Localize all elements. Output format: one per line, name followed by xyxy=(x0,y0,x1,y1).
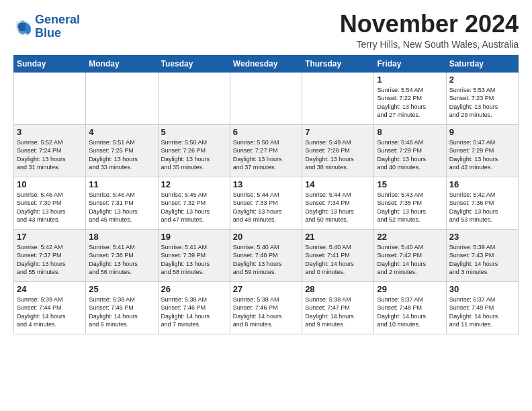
day-info: Sunrise: 5:51 AMSunset: 7:25 PMDaylight:… xyxy=(89,138,154,172)
calendar-week-2: 3Sunrise: 5:52 AMSunset: 7:24 PMDaylight… xyxy=(14,124,519,177)
day-number: 5 xyxy=(161,127,227,137)
calendar-cell: 12Sunrise: 5:45 AMSunset: 7:32 PMDayligh… xyxy=(158,177,230,229)
day-number: 21 xyxy=(305,232,371,242)
header-day-saturday: Saturday xyxy=(446,55,518,72)
calendar-cell xyxy=(158,72,230,124)
calendar-week-5: 24Sunrise: 5:39 AMSunset: 7:44 PMDayligh… xyxy=(14,281,519,334)
logo-line2: Blue xyxy=(35,27,80,40)
day-info: Sunrise: 5:46 AMSunset: 7:30 PMDaylight:… xyxy=(17,191,83,224)
calendar-cell: 26Sunrise: 5:38 AMSunset: 7:46 PMDayligh… xyxy=(158,281,230,334)
calendar-cell: 10Sunrise: 5:46 AMSunset: 7:30 PMDayligh… xyxy=(14,177,86,229)
day-number: 4 xyxy=(89,127,154,137)
day-number: 25 xyxy=(89,284,154,294)
day-info: Sunrise: 5:44 AMSunset: 7:34 PMDaylight:… xyxy=(305,191,371,224)
calendar-cell: 18Sunrise: 5:41 AMSunset: 7:38 PMDayligh… xyxy=(86,229,158,281)
day-info: Sunrise: 5:38 AMSunset: 7:45 PMDaylight:… xyxy=(89,295,154,329)
day-number: 10 xyxy=(17,179,83,189)
day-info: Sunrise: 5:40 AMSunset: 7:41 PMDaylight:… xyxy=(305,243,371,277)
day-info: Sunrise: 5:41 AMSunset: 7:38 PMDaylight:… xyxy=(89,243,154,277)
header-row: General Blue November 2024 Terry Hills, … xyxy=(13,11,519,50)
day-number: 15 xyxy=(377,179,443,189)
calendar-cell: 19Sunrise: 5:41 AMSunset: 7:39 PMDayligh… xyxy=(158,229,230,281)
day-info: Sunrise: 5:45 AMSunset: 7:32 PMDaylight:… xyxy=(161,191,227,224)
day-number: 17 xyxy=(17,232,83,242)
day-info: Sunrise: 5:50 AMSunset: 7:26 PMDaylight:… xyxy=(161,138,227,172)
day-info: Sunrise: 5:53 AMSunset: 7:23 PMDaylight:… xyxy=(449,86,515,120)
calendar-week-3: 10Sunrise: 5:46 AMSunset: 7:30 PMDayligh… xyxy=(14,177,519,229)
day-number: 2 xyxy=(449,75,515,85)
header-day-monday: Monday xyxy=(86,55,158,72)
day-number: 28 xyxy=(305,284,371,294)
day-number: 22 xyxy=(377,232,443,242)
day-number: 19 xyxy=(161,232,227,242)
day-info: Sunrise: 5:40 AMSunset: 7:42 PMDaylight:… xyxy=(377,243,443,277)
calendar-cell xyxy=(14,72,86,124)
day-number: 8 xyxy=(377,127,443,137)
calendar-cell xyxy=(302,72,374,124)
header-day-wednesday: Wednesday xyxy=(230,55,302,72)
day-number: 20 xyxy=(233,232,299,242)
day-number: 11 xyxy=(89,179,154,189)
calendar-container: General Blue November 2024 Terry Hills, … xyxy=(0,0,532,341)
day-number: 1 xyxy=(377,75,443,85)
day-info: Sunrise: 5:39 AMSunset: 7:43 PMDaylight:… xyxy=(449,243,515,277)
day-info: Sunrise: 5:38 AMSunset: 7:46 PMDaylight:… xyxy=(161,295,227,329)
day-info: Sunrise: 5:39 AMSunset: 7:44 PMDaylight:… xyxy=(17,295,83,329)
day-info: Sunrise: 5:37 AMSunset: 7:49 PMDaylight:… xyxy=(449,295,515,329)
day-number: 12 xyxy=(161,179,227,189)
calendar-cell: 6Sunrise: 5:50 AMSunset: 7:27 PMDaylight… xyxy=(230,124,302,177)
calendar-cell: 27Sunrise: 5:38 AMSunset: 7:46 PMDayligh… xyxy=(230,281,302,334)
day-number: 23 xyxy=(449,232,515,242)
calendar-cell: 22Sunrise: 5:40 AMSunset: 7:42 PMDayligh… xyxy=(374,229,446,281)
day-number: 18 xyxy=(89,232,154,242)
calendar-cell xyxy=(86,72,158,124)
day-info: Sunrise: 5:44 AMSunset: 7:33 PMDaylight:… xyxy=(233,191,299,224)
month-title: November 2024 xyxy=(340,11,519,38)
day-info: Sunrise: 5:54 AMSunset: 7:22 PMDaylight:… xyxy=(377,86,443,120)
subtitle: Terry Hills, New South Wales, Australia xyxy=(340,39,519,50)
day-info: Sunrise: 5:46 AMSunset: 7:31 PMDaylight:… xyxy=(89,191,154,224)
day-number: 7 xyxy=(305,127,371,137)
day-info: Sunrise: 5:41 AMSunset: 7:39 PMDaylight:… xyxy=(161,243,227,277)
calendar-cell: 25Sunrise: 5:38 AMSunset: 7:45 PMDayligh… xyxy=(86,281,158,334)
day-info: Sunrise: 5:42 AMSunset: 7:36 PMDaylight:… xyxy=(449,191,515,224)
calendar-cell: 4Sunrise: 5:51 AMSunset: 7:25 PMDaylight… xyxy=(86,124,158,177)
day-number: 16 xyxy=(449,179,515,189)
logo-text: General Blue xyxy=(35,13,80,40)
day-number: 13 xyxy=(233,179,299,189)
calendar-cell: 24Sunrise: 5:39 AMSunset: 7:44 PMDayligh… xyxy=(14,281,86,334)
day-info: Sunrise: 5:48 AMSunset: 7:29 PMDaylight:… xyxy=(377,138,443,172)
calendar-week-1: 1Sunrise: 5:54 AMSunset: 7:22 PMDaylight… xyxy=(14,72,519,124)
calendar-cell: 14Sunrise: 5:44 AMSunset: 7:34 PMDayligh… xyxy=(302,177,374,229)
calendar-cell: 5Sunrise: 5:50 AMSunset: 7:26 PMDaylight… xyxy=(158,124,230,177)
day-number: 3 xyxy=(17,127,83,137)
calendar-cell: 2Sunrise: 5:53 AMSunset: 7:23 PMDaylight… xyxy=(446,72,518,124)
day-info: Sunrise: 5:52 AMSunset: 7:24 PMDaylight:… xyxy=(17,138,83,172)
day-info: Sunrise: 5:49 AMSunset: 7:28 PMDaylight:… xyxy=(305,138,371,172)
day-info: Sunrise: 5:38 AMSunset: 7:47 PMDaylight:… xyxy=(305,295,371,329)
calendar-cell: 7Sunrise: 5:49 AMSunset: 7:28 PMDaylight… xyxy=(302,124,374,177)
calendar-cell: 21Sunrise: 5:40 AMSunset: 7:41 PMDayligh… xyxy=(302,229,374,281)
day-number: 14 xyxy=(305,179,371,189)
calendar-cell xyxy=(230,72,302,124)
calendar-cell: 17Sunrise: 5:42 AMSunset: 7:37 PMDayligh… xyxy=(14,229,86,281)
calendar-cell: 11Sunrise: 5:46 AMSunset: 7:31 PMDayligh… xyxy=(86,177,158,229)
logo-line1: General xyxy=(35,13,80,27)
calendar-cell: 3Sunrise: 5:52 AMSunset: 7:24 PMDaylight… xyxy=(14,124,86,177)
day-info: Sunrise: 5:38 AMSunset: 7:46 PMDaylight:… xyxy=(233,295,299,329)
header-day-thursday: Thursday xyxy=(302,55,374,72)
day-info: Sunrise: 5:42 AMSunset: 7:37 PMDaylight:… xyxy=(17,243,83,277)
calendar-cell: 8Sunrise: 5:48 AMSunset: 7:29 PMDaylight… xyxy=(374,124,446,177)
logo: General Blue xyxy=(13,13,80,40)
title-block: November 2024 Terry Hills, New South Wal… xyxy=(340,11,519,50)
calendar-cell: 13Sunrise: 5:44 AMSunset: 7:33 PMDayligh… xyxy=(230,177,302,229)
day-number: 24 xyxy=(17,284,83,294)
day-number: 29 xyxy=(377,284,443,294)
logo-icon xyxy=(13,17,32,36)
header-row-days: SundayMondayTuesdayWednesdayThursdayFrid… xyxy=(14,55,519,72)
day-number: 27 xyxy=(233,284,299,294)
calendar-cell: 20Sunrise: 5:40 AMSunset: 7:40 PMDayligh… xyxy=(230,229,302,281)
day-info: Sunrise: 5:47 AMSunset: 7:29 PMDaylight:… xyxy=(449,138,515,172)
calendar-cell: 28Sunrise: 5:38 AMSunset: 7:47 PMDayligh… xyxy=(302,281,374,334)
calendar-cell: 15Sunrise: 5:43 AMSunset: 7:35 PMDayligh… xyxy=(374,177,446,229)
